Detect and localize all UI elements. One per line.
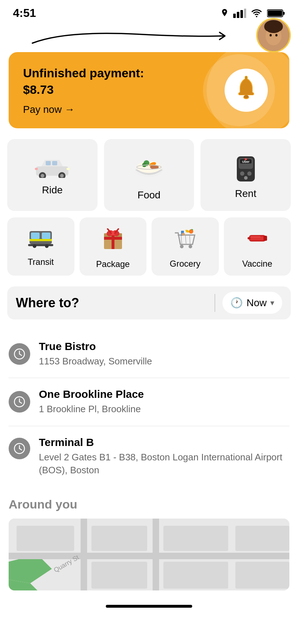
recent-address-0: 1153 Broadway, Somerville <box>39 355 289 368</box>
service-transit[interactable]: Transit <box>7 217 74 276</box>
svg-rect-89 <box>91 526 147 551</box>
svg-rect-28 <box>35 168 38 170</box>
grocery-icon <box>173 226 197 255</box>
svg-rect-92 <box>235 526 289 551</box>
svg-rect-19 <box>245 76 247 79</box>
around-you-section: Around you Quarry St W Ln <box>0 487 298 598</box>
annotation-arrow <box>29 23 230 49</box>
service-package[interactable]: Package <box>80 217 147 276</box>
service-grocery[interactable]: Grocery <box>152 217 219 276</box>
now-button[interactable]: 🕐 Now ▾ <box>222 292 282 314</box>
svg-point-41 <box>247 171 252 176</box>
svg-point-50 <box>45 244 49 248</box>
svg-point-42 <box>244 176 248 180</box>
svg-rect-27 <box>67 168 69 170</box>
where-to-bar[interactable]: Where to? 🕐 Now ▾ <box>7 286 291 319</box>
svg-rect-88 <box>17 526 74 551</box>
status-time: 4:51 <box>13 6 36 20</box>
battery-icon <box>267 9 285 18</box>
svg-rect-2 <box>240 10 243 18</box>
service-ride[interactable]: Ride <box>7 139 98 211</box>
location-icon <box>220 8 229 18</box>
payment-banner[interactable]: Unfinished payment: $8.73 Pay now → <box>9 52 289 128</box>
svg-rect-22 <box>52 161 57 165</box>
recent-item-2[interactable]: Terminal B Level 2 Gates B1 - B38, Bosto… <box>9 426 289 487</box>
where-to-label: Where to? <box>16 295 215 310</box>
wifi-icon <box>250 9 263 18</box>
where-to-divider <box>215 294 215 312</box>
vaccine-icon <box>245 226 269 255</box>
svg-line-58 <box>181 235 182 244</box>
svg-rect-53 <box>112 233 114 249</box>
svg-rect-47 <box>30 239 52 241</box>
service-grid-top: Ride <box>7 139 291 211</box>
dropdown-icon: ▾ <box>270 298 274 308</box>
svg-rect-21 <box>46 161 51 165</box>
svg-point-62 <box>189 245 192 248</box>
transit-icon <box>28 228 53 253</box>
svg-point-61 <box>180 245 184 248</box>
arrow-annotation <box>0 23 298 49</box>
recent-name-2: Terminal B <box>39 436 289 448</box>
vaccine-label: Vaccine <box>242 259 272 269</box>
svg-line-59 <box>185 235 186 244</box>
svg-text:Uber: Uber <box>242 160 249 164</box>
svg-point-49 <box>33 244 36 248</box>
svg-point-12 <box>270 34 272 37</box>
avatar[interactable] <box>256 18 291 52</box>
svg-rect-1 <box>237 12 239 18</box>
svg-rect-6 <box>268 10 282 16</box>
package-label: Package <box>96 259 130 269</box>
svg-rect-84 <box>81 519 87 590</box>
svg-rect-70 <box>250 236 261 238</box>
recent-address-2: Level 2 Gates B1 - B38, Boston Logan Int… <box>39 451 289 477</box>
service-grid-bottom: Transit <box>7 217 291 276</box>
svg-rect-17 <box>239 92 253 95</box>
svg-line-76 <box>19 402 22 403</box>
svg-rect-46 <box>42 233 50 239</box>
svg-rect-48 <box>28 244 53 246</box>
history-icon-0 <box>9 343 30 365</box>
home-bar <box>106 605 192 608</box>
package-icon <box>101 226 125 256</box>
svg-rect-3 <box>244 9 246 18</box>
clock-icon: 🕐 <box>230 297 243 309</box>
svg-rect-90 <box>91 562 147 589</box>
bell-icon <box>235 75 258 105</box>
recent-name-0: True Bistro <box>39 340 289 353</box>
svg-rect-0 <box>233 14 236 18</box>
bell-icon-wrap <box>225 69 268 112</box>
svg-point-43 <box>245 158 247 160</box>
recent-item-1[interactable]: One Brookline Place 1 Brookline Pl, Broo… <box>9 378 289 426</box>
grocery-label: Grocery <box>170 259 200 269</box>
svg-rect-93 <box>163 562 228 589</box>
svg-point-40 <box>240 171 244 176</box>
signal-icon <box>233 9 246 18</box>
svg-rect-5 <box>283 12 285 15</box>
transit-label: Transit <box>28 257 54 267</box>
svg-point-11 <box>266 23 281 33</box>
ride-label: Ride <box>42 184 63 196</box>
svg-line-60 <box>190 235 190 244</box>
home-indicator <box>0 598 298 611</box>
rent-icon: Uber <box>231 153 260 183</box>
svg-rect-94 <box>235 562 289 589</box>
pay-now-link[interactable]: Pay now → <box>23 104 144 115</box>
service-vaccine[interactable]: Vaccine <box>224 217 291 276</box>
now-label: Now <box>247 297 267 309</box>
food-label: Food <box>137 189 161 201</box>
map-view[interactable]: Quarry St W Ln <box>9 519 289 590</box>
service-food[interactable]: Food <box>104 139 194 211</box>
service-rent[interactable]: Uber Rent <box>200 139 291 211</box>
recent-item-0[interactable]: True Bistro 1153 Broadway, Somerville <box>9 330 289 378</box>
svg-point-13 <box>275 34 277 37</box>
recent-text-2: Terminal B Level 2 Gates B1 - B38, Bosto… <box>39 436 289 477</box>
recent-name-1: One Brookline Place <box>39 388 289 400</box>
recent-address-1: 1 Brookline Pl, Brookline <box>39 402 289 415</box>
svg-rect-69 <box>248 237 250 239</box>
status-icons <box>220 8 285 18</box>
svg-point-65 <box>181 233 185 236</box>
svg-point-18 <box>244 95 249 98</box>
food-icon <box>133 151 165 186</box>
service-grid: Ride <box>0 139 298 276</box>
